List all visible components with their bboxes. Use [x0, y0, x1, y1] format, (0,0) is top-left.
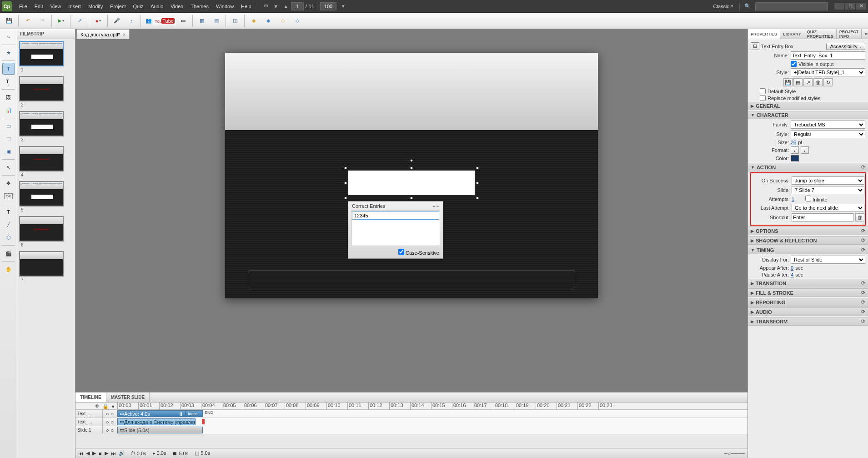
- tl-sound-button[interactable]: 🔊: [119, 450, 125, 456]
- tab-quiz-properties[interactable]: QUIZ PROPERTIES: [804, 29, 837, 39]
- displayfor-select[interactable]: Rest of Slide: [791, 256, 865, 264]
- remove-entry-button[interactable]: −: [437, 203, 439, 209]
- down-arrow-icon[interactable]: ▼: [272, 3, 280, 10]
- tool-rollover[interactable]: ▣: [2, 146, 15, 157]
- tool-star[interactable]: ★: [2, 47, 15, 59]
- youtube-button[interactable]: YouTube: [158, 15, 171, 27]
- menu-file[interactable]: File: [15, 4, 31, 9]
- page-current-input[interactable]: [291, 2, 304, 10]
- section-general[interactable]: ▶GENERAL: [748, 102, 868, 110]
- tabs-more[interactable]: ▾≡: [862, 29, 868, 39]
- correct-entry-row[interactable]: 12345: [352, 211, 439, 220]
- tab-project-info[interactable]: PROJECT INFO: [837, 29, 862, 39]
- eye-icon[interactable]: 👁: [95, 403, 100, 409]
- tl-play-button[interactable]: ▶: [92, 450, 96, 456]
- onsuccess-select[interactable]: Jump to slide: [792, 176, 864, 185]
- workspace-selector[interactable]: Classic▾: [710, 4, 737, 9]
- redo-button[interactable]: ↷: [36, 15, 49, 27]
- record-button[interactable]: ●: [92, 15, 105, 27]
- minimize-button[interactable]: —: [834, 3, 844, 10]
- tool-image[interactable]: 🖼: [2, 91, 15, 103]
- tool-highlight[interactable]: ▭: [2, 120, 15, 132]
- tool-video[interactable]: 🎬: [2, 247, 15, 259]
- section-timing[interactable]: ▼TIMING⟳: [748, 246, 868, 254]
- slide-select[interactable]: 7 Slide 7: [792, 186, 864, 194]
- maximize-button[interactable]: ◻: [845, 3, 855, 10]
- font-style-select[interactable]: Regular: [791, 130, 865, 138]
- section-character[interactable]: ▼CHARACTER: [748, 111, 868, 119]
- tool-hand[interactable]: ✋: [2, 263, 15, 275]
- section-fillstroke[interactable]: ▶FILL & STROKE⟳: [748, 288, 868, 297]
- appear-value[interactable]: 0: [791, 265, 793, 271]
- layer1-button[interactable]: ◆: [247, 15, 260, 27]
- menu-view[interactable]: View: [47, 4, 65, 9]
- menu-modify[interactable]: Modify: [85, 4, 106, 9]
- publish-button[interactable]: ↗: [73, 15, 86, 27]
- section-options[interactable]: ▶OPTIONS⟳: [748, 226, 868, 235]
- tab-master-slide[interactable]: MASTER SLIDE: [106, 393, 150, 402]
- menu-audio[interactable]: Audio: [147, 4, 167, 9]
- tool-cursor[interactable]: ✥: [2, 177, 15, 189]
- section-reporting[interactable]: ▶REPORTING⟳: [748, 298, 868, 307]
- mail-icon[interactable]: ✉: [262, 3, 270, 10]
- tool-button[interactable]: OK: [2, 190, 15, 202]
- document-tab-close[interactable]: ×: [123, 32, 125, 37]
- slide-canvas[interactable]: Для входа в Систему управления введите п…: [225, 53, 598, 298]
- style-save-button[interactable]: 💾: [783, 78, 793, 86]
- name-input[interactable]: [791, 51, 865, 60]
- tool-text-entry[interactable]: T⌐: [2, 75, 15, 87]
- zoom-dropdown-icon[interactable]: ▾: [340, 3, 347, 10]
- lock-icon[interactable]: 🔒: [102, 403, 109, 409]
- section-action[interactable]: ▼ACTION⟳: [748, 163, 868, 171]
- menu-video[interactable]: Video: [167, 4, 187, 9]
- pause-value[interactable]: 4: [791, 272, 793, 277]
- filmstrip-thumb[interactable]: Ошибка входа!4: [19, 146, 73, 177]
- tl-first-button[interactable]: ⏮: [78, 451, 83, 456]
- filmstrip-thumb[interactable]: Для входа в Систему управления введите п…: [19, 181, 73, 212]
- section-transform[interactable]: ▶TRANSFORM⟳: [748, 317, 868, 326]
- style-select[interactable]: +[Default TEB Style]_1: [791, 68, 865, 76]
- tool-chart[interactable]: 📊: [2, 104, 15, 116]
- style-reset-button[interactable]: ↻: [823, 78, 833, 86]
- section-transition[interactable]: ▶TRANSITION⟳: [748, 279, 868, 287]
- tab-library[interactable]: LIBRARY: [780, 29, 804, 39]
- up-arrow-icon[interactable]: ▲: [282, 3, 290, 10]
- filmstrip-thumb[interactable]: Ошибка входа!2: [19, 76, 73, 107]
- table-button[interactable]: ▦: [196, 15, 208, 27]
- visible-checkbox[interactable]: [791, 61, 797, 67]
- attempts-value[interactable]: 1: [792, 196, 794, 202]
- font-size-value[interactable]: 26: [791, 140, 796, 145]
- accessibility-button[interactable]: Accessibility...: [826, 43, 865, 50]
- tab-properties[interactable]: PROPERTIES: [748, 29, 780, 39]
- tool-click[interactable]: ⬚: [2, 133, 15, 145]
- section-refresh-icon[interactable]: ⟳: [861, 164, 865, 170]
- undo-button[interactable]: ↶: [21, 15, 34, 27]
- timeline-row-slide[interactable]: Slide 1○○ ▭ Slide (5.0s): [75, 426, 748, 434]
- table2-button[interactable]: ▤: [210, 15, 223, 27]
- menu-quiz[interactable]: Quiz: [130, 4, 147, 9]
- document-tab[interactable]: Код доступа.cptl* ×: [76, 29, 130, 39]
- filmstrip-thumb[interactable]: Для входа в Систему управления введите п…: [19, 111, 73, 142]
- menu-insert[interactable]: Insert: [65, 4, 85, 9]
- format-t2-button[interactable]: T: [801, 146, 809, 154]
- tool-pointer[interactable]: ↖: [2, 161, 15, 173]
- tool-line[interactable]: ╱: [2, 219, 15, 231]
- filmstrip-thumb[interactable]: Ошибка входа!6: [19, 216, 73, 247]
- add-entry-button[interactable]: +: [432, 203, 435, 209]
- tl-last-button[interactable]: ⏭: [111, 451, 116, 456]
- layer2-button[interactable]: ◆: [262, 15, 275, 27]
- menu-edit[interactable]: Edit: [31, 4, 47, 9]
- style-new-button[interactable]: ▤: [793, 78, 803, 86]
- zoom-input[interactable]: [320, 2, 336, 10]
- tl-stop-button[interactable]: ■: [99, 451, 102, 456]
- search-input[interactable]: [755, 2, 828, 10]
- shortcut-clear-button[interactable]: 🗑: [855, 213, 864, 221]
- menu-window[interactable]: Window: [212, 4, 237, 9]
- save-button[interactable]: 💾: [3, 15, 15, 27]
- music-button[interactable]: ♪: [125, 15, 138, 27]
- audio-button[interactable]: 🎤: [110, 15, 123, 27]
- correct-entries-list[interactable]: 12345: [351, 211, 440, 246]
- preview-button[interactable]: ▶: [55, 15, 67, 27]
- timeline-row-teb[interactable]: Text_...○○ ▭ Active: 4.0s ⏸Inacti...END: [75, 410, 748, 418]
- shortcut-input[interactable]: [792, 213, 853, 221]
